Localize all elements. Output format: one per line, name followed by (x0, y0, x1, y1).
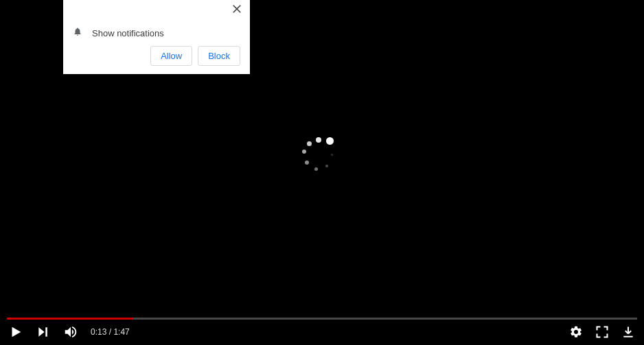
duration: 1:47 (113, 327, 129, 337)
loading-spinner (301, 137, 339, 176)
allow-button[interactable]: Allow (150, 46, 192, 66)
block-button[interactable]: Block (198, 46, 240, 66)
notification-message: Show notifications (92, 28, 164, 38)
current-time: 0:13 (91, 327, 106, 337)
close-icon[interactable] (232, 4, 243, 15)
bell-icon (73, 26, 82, 40)
fullscreen-icon[interactable] (595, 324, 610, 340)
gear-icon[interactable] (568, 324, 584, 340)
notification-dialog: Show notifications Allow Block (63, 0, 250, 74)
volume-icon[interactable] (63, 324, 78, 340)
download-icon[interactable] (621, 324, 636, 340)
time-display: 0:13 / 1:47 (91, 327, 130, 337)
next-icon[interactable] (36, 324, 51, 340)
player-controls: 0:13 / 1:47 (0, 319, 644, 345)
play-icon[interactable] (8, 324, 23, 340)
